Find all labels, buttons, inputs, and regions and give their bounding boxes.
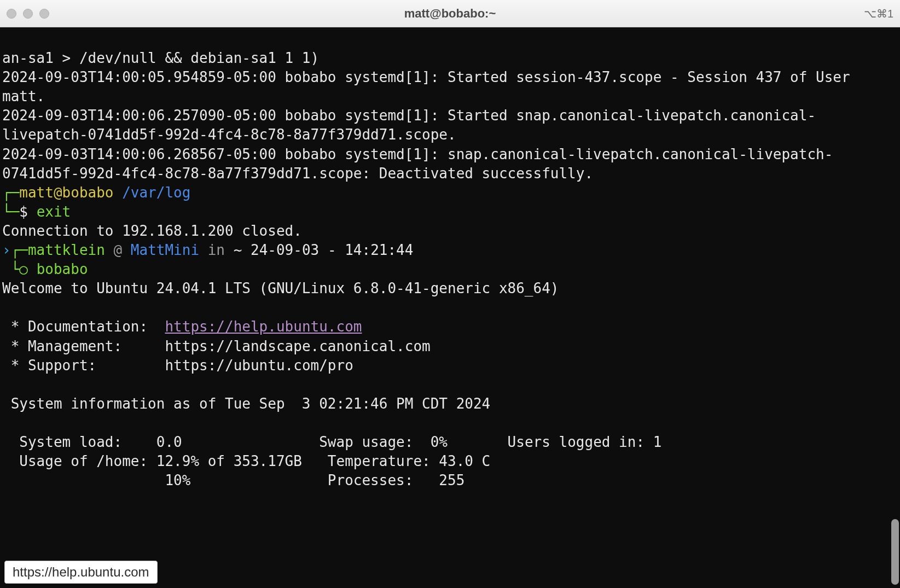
sysinfo-users-label: Users logged in: (508, 434, 644, 450)
sysinfo-proc-value: 255 (439, 472, 464, 488)
maximize-window-button[interactable] (39, 9, 49, 19)
prompt-path: /var/log (122, 184, 190, 201)
prompt-command: bobabo (37, 261, 88, 277)
connection-closed-line: Connection to 192.168.1.200 closed. (2, 223, 302, 239)
motd-mgmt-url: https://landscape.canonical.com (165, 338, 430, 354)
prompt-corner: └─ (2, 203, 19, 220)
prompt-arrow-icon: › (2, 242, 11, 258)
shortcut-indicator: ⌥⌘1 (864, 7, 893, 20)
sysinfo-swap-value: 0% (431, 434, 448, 450)
terminal-content[interactable]: an-sa1 > /dev/null && debian-sa1 1 1) 20… (0, 27, 900, 588)
motd-sysinfo-header: System information as of Tue Sep 3 02:21… (2, 395, 490, 412)
log-line: an-sa1 > /dev/null && debian-sa1 1 1) (2, 50, 319, 66)
minimize-window-button[interactable] (23, 9, 33, 19)
sysinfo-users-value: 1 (653, 434, 662, 450)
prompt-at: @ (114, 242, 123, 258)
scrollbar-thumb[interactable] (891, 519, 899, 585)
prompt-timestamp: 24-09-03 - 14:21:44 (251, 242, 413, 258)
log-line: 2024-09-03T14:00:05.954859-05:00 bobabo … (2, 69, 858, 104)
prompt-in: in (208, 242, 225, 258)
titlebar: matt@bobabo:~ ⌥⌘1 (0, 0, 900, 27)
motd-support-label: * Support: (2, 357, 96, 374)
sysinfo-usage-value: 12.9% of 353.17GB (156, 453, 302, 469)
prompt-tilde: ~ (234, 242, 242, 258)
prompt-corner: └○ (11, 261, 28, 277)
sysinfo-usage-label: Usage of /home: (2, 453, 148, 469)
sysinfo-system-load-label: System load: (2, 434, 122, 450)
prompt-host: MattMini (131, 242, 199, 258)
sysinfo-temp-value: 43.0 C (439, 453, 490, 469)
prompt-corner: ┌─ (11, 242, 28, 258)
motd-welcome: Welcome to Ubuntu 24.04.1 LTS (GNU/Linux… (2, 280, 559, 296)
log-line: 2024-09-03T14:00:06.268567-05:00 bobabo … (2, 146, 833, 182)
prompt-dollar: $ (19, 203, 28, 220)
sysinfo-swap-label: Swap usage: (319, 434, 413, 450)
motd-mgmt-label: * Management: (2, 338, 122, 354)
prompt-command: exit (37, 203, 71, 220)
status-tooltip: https://help.ubuntu.com (4, 561, 158, 584)
sysinfo-system-load-value: 0.0 (156, 434, 182, 450)
traffic-lights (7, 9, 49, 19)
log-line: 2024-09-03T14:00:06.257090-05:00 bobabo … (2, 107, 816, 143)
sysinfo-memory-value: 10% (165, 472, 190, 488)
prompt-user-host: matt@bobabo (19, 184, 113, 201)
scrollbar-track[interactable] (890, 27, 899, 588)
motd-doc-link[interactable]: https://help.ubuntu.com (165, 318, 362, 335)
prompt-corner: ┌─ (2, 184, 19, 201)
sysinfo-proc-label: Processes: (328, 472, 414, 488)
prompt-user: mattklein (28, 242, 105, 258)
motd-doc-label: * Documentation: (2, 318, 148, 335)
close-window-button[interactable] (7, 9, 16, 19)
sysinfo-temp-label: Temperature: (328, 453, 431, 469)
window-title: matt@bobabo:~ (404, 7, 496, 21)
motd-support-url: https://ubuntu.com/pro (165, 357, 353, 374)
